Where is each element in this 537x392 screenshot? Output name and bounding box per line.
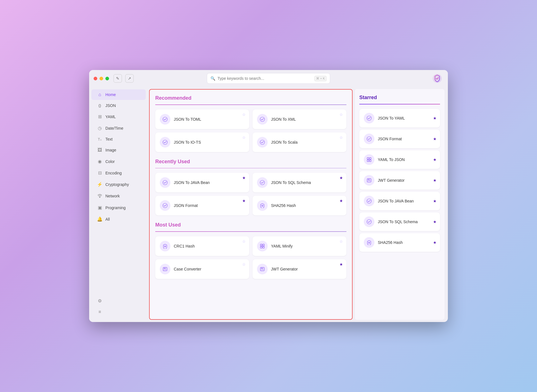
sidebar-item-json[interactable]: {} JSON [91,101,146,111]
star-sha256-hash[interactable]: ★ [339,199,343,203]
sidebar-item-menu[interactable]: ≡ [91,307,146,317]
starred-item-sha256-hash[interactable]: SHA256 Hash ★ [359,233,440,252]
search-bar[interactable]: 🔍 ⌘ + K [207,73,330,84]
sidebar-item-image[interactable]: 🖼 Image [91,145,146,155]
star-json-to-java-bean[interactable]: ★ [242,176,246,180]
tool-icon-jwt-generator [257,264,268,274]
sidebar-label-image: Image [105,148,116,152]
sidebar-label-all: All [105,217,110,221]
sidebar-item-datetime[interactable]: ◷ Date/Time [91,123,146,134]
tool-card-json-to-sql-schema[interactable]: JSON To SQL Schema ★ [253,173,346,192]
sidebar-item-home[interactable]: ⌂ Home [91,89,146,100]
star-json-to-io-ts[interactable]: ☆ [242,135,246,140]
cryptography-icon: ⚡ [97,182,103,187]
tool-card-case-converter[interactable]: Case Converter ☆ [155,259,249,279]
recently-used-section: Recently Used JSON To JAVA Bean ★ [155,159,346,216]
starred-name-json-to-yaml: JSON To YAML [378,116,405,120]
sidebar-item-encoding[interactable]: ⊟ Encoding [91,167,146,178]
tool-name-json-to-xml: JSON To XML [271,117,296,122]
starred-name-json-to-sql-schema: JSON To SQL Schema [378,220,418,224]
sidebar-item-programming[interactable]: ▣ Programing [91,202,146,213]
svg-point-22 [367,199,371,203]
edit-button[interactable]: ✎ [114,74,122,83]
star-json-to-xml[interactable]: ☆ [339,112,343,117]
most-used-title: Most Used [155,222,346,228]
sidebar-item-cryptography[interactable]: ⚡ Cryptography [91,179,146,190]
tool-card-json-to-java-bean[interactable]: JSON To JAVA Bean ★ [155,173,249,192]
sidebar-label-datetime: Date/Time [105,126,123,130]
app-logo [432,73,442,83]
star-json-format[interactable]: ★ [242,199,246,203]
tool-card-json-to-io-ts[interactable]: JSON To IO-TS ☆ [155,132,249,152]
minimize-button[interactable] [99,77,103,80]
titlebar: ✎ ↗ 🔍 ⌘ + K [89,70,448,87]
programming-icon: ▣ [97,205,103,210]
starred-star-yaml-to-json[interactable]: ★ [433,157,437,162]
sidebar-item-yaml[interactable]: ⊞ YAML [91,111,146,122]
tool-icon-json-to-sql-schema [257,177,268,188]
svg-point-8 [163,203,167,208]
starred-star-json-to-sql-schema[interactable]: ★ [433,220,437,224]
share-button[interactable]: ↗ [125,74,134,83]
sidebar-item-text[interactable]: Tₓ Text [91,134,146,144]
tool-card-json-format[interactable]: JSON Format ★ [155,196,249,215]
starred-name-json-format: JSON Format [378,137,402,141]
svg-rect-19 [367,160,369,162]
most-used-divider [155,231,346,232]
starred-item-json-to-yaml[interactable]: JSON To YAML ★ [359,109,440,127]
main-content: Recommended JSON To TOML ☆ [149,89,353,320]
star-json-to-sql-schema[interactable]: ★ [339,176,343,180]
tool-card-jwt-generator[interactable]: JWT Generator ★ [253,259,346,279]
recently-used-title: Recently Used [155,159,346,165]
sidebar-item-network[interactable]: Network [91,190,146,202]
star-yaml-minify[interactable]: ☆ [339,239,343,244]
tool-card-json-to-toml[interactable]: JSON To TOML ☆ [155,109,249,129]
svg-rect-20 [369,160,371,162]
tool-card-json-to-xml[interactable]: JSON To XML ☆ [253,109,346,129]
star-json-to-toml[interactable]: ☆ [242,112,246,117]
tool-card-sha256-hash[interactable]: SHA256 Hash ★ [253,196,346,215]
starred-star-json-to-yaml[interactable]: ★ [433,116,437,120]
star-jwt-generator[interactable]: ★ [339,262,343,267]
svg-point-15 [367,116,371,120]
tool-name-json-to-scala: JSON To Scala [271,140,298,144]
tool-name-json-to-sql-schema: JSON To SQL Schema [271,180,311,185]
search-input[interactable] [217,76,312,81]
json-icon: {} [97,104,103,108]
sidebar-bottom: ⚙ ≡ [89,293,148,320]
tool-icon-json-to-xml [257,114,268,125]
sidebar-item-color[interactable]: ◉ Color [91,156,146,167]
tool-card-yaml-minify[interactable]: YAML Minify ☆ [253,236,346,256]
tool-card-crc1-hash[interactable]: CRC1 Hash ☆ [155,236,249,256]
star-json-to-scala[interactable]: ☆ [339,135,343,140]
tool-icon-yaml-minify [257,241,268,251]
sidebar-item-all[interactable]: 🔔 All [91,214,146,225]
starred-star-json-format[interactable]: ★ [433,137,437,141]
starred-star-json-to-java-bean[interactable]: ★ [433,199,437,203]
starred-item-yaml-to-json[interactable]: YAML To JSON ★ [359,150,440,169]
sidebar-label-encoding: Encoding [105,171,122,175]
starred-title: Starred [359,95,440,101]
sidebar-label-programming: Programing [105,206,126,210]
starred-item-jwt-generator[interactable]: JWT Generator ★ [359,171,440,190]
starred-item-json-to-java-bean[interactable]: JSON To JAVA Bean ★ [359,192,440,210]
svg-point-4 [163,140,167,144]
close-button[interactable] [94,77,97,80]
sidebar-item-settings[interactable]: ⚙ [91,295,146,306]
starred-item-json-to-sql-schema[interactable]: JSON To SQL Schema ★ [359,213,440,231]
starred-star-jwt-generator[interactable]: ★ [433,178,437,183]
tool-name-case-converter: Case Converter [174,267,201,271]
tool-name-json-to-java-bean: JSON To JAVA Bean [174,180,210,185]
starred-star-sha256-hash[interactable]: ★ [433,240,437,245]
maximize-button[interactable] [105,77,109,80]
recommended-title: Recommended [155,95,346,101]
starred-item-json-format[interactable]: JSON Format ★ [359,130,440,148]
most-used-grid: CRC1 Hash ☆ YAML Minify ☆ [155,236,346,279]
tool-icon-json-to-java-bean [160,177,170,188]
search-icon: 🔍 [210,76,215,81]
tool-card-json-to-scala[interactable]: JSON To Scala ☆ [253,132,346,152]
star-crc1-hash[interactable]: ☆ [242,239,246,244]
starred-icon-json-format [364,134,374,144]
star-case-converter[interactable]: ☆ [242,262,246,267]
sidebar-label-yaml: YAML [105,115,116,119]
